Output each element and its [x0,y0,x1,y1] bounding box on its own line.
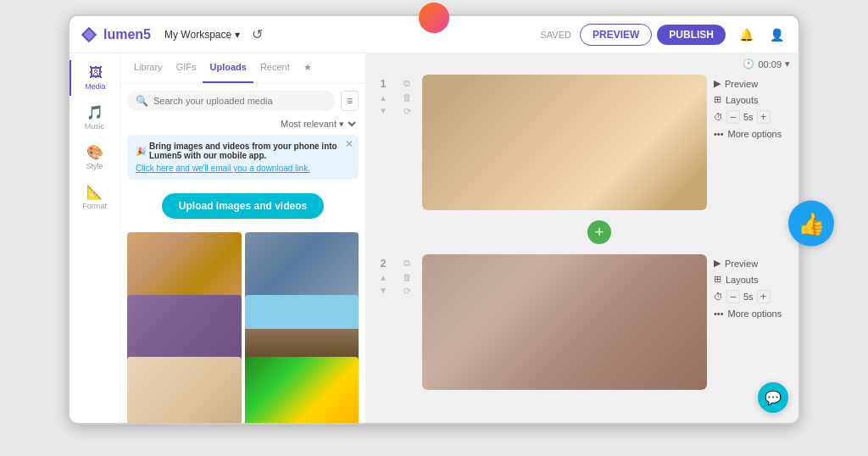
slide-2-more-options-button[interactable]: ••• More options [714,309,790,319]
music-icon: 🎵 [86,104,103,120]
more-icon: ••• [714,129,724,139]
chevron-down-icon: ▾ [785,58,790,70]
chat-icon: 💬 [765,390,782,406]
canvas-content: 1 ▲ ▼ ⧉ 🗑 ⟳ [366,75,798,423]
chevron-down-icon: ▾ [235,29,240,41]
slide-1-copy-button[interactable]: ⧉ [398,78,415,89]
lumen5-logo-icon [80,25,98,44]
slide-2-duration: 5s [743,292,754,302]
add-slide-row: + [409,217,790,247]
slide-2-layouts-button[interactable]: ⊞ Layouts [714,274,790,285]
preview-button[interactable]: PREVIEW [580,24,652,46]
upload-images-button[interactable]: Upload images and videos [162,193,324,219]
timer-icon: ⏱ [714,112,723,122]
nav-icons: 🔔 👤 [734,23,788,47]
promo-banner: ✕ 🎉 Bring images and videos from your ph… [127,135,359,180]
slide-2-tools: ⧉ 🗑 ⟳ [398,254,415,297]
slide-1-duration-row: ⏱ – 5s + [714,110,790,124]
sidebar-item-music[interactable]: 🎵 Music [70,99,120,136]
tab-uploads[interactable]: Uploads [203,53,253,83]
search-icon: 🔍 [136,95,148,107]
slide-2-up-arrow[interactable]: ▲ [379,273,387,282]
play-icon: ▶ [714,78,721,89]
slide-1-actions: ▶ Preview ⊞ Layouts ⏱ – [714,75,790,139]
slide-2-duration-minus[interactable]: – [726,290,740,303]
slide-1-duration: 5s [743,112,754,122]
notifications-button[interactable]: 🔔 [734,23,758,47]
sort-select[interactable]: Most relevant ▾ [277,118,359,130]
slide-1-duration-minus[interactable]: – [726,110,740,124]
chat-bubble-button[interactable]: 💬 [758,382,788,413]
sidebar-item-style[interactable]: 🎨 Style [70,139,120,175]
layouts-icon: ⊞ [714,94,721,105]
slide-1-image [422,75,707,210]
slide-2-copy-button[interactable]: ⧉ [398,258,415,269]
slide-1-up-arrow[interactable]: ▲ [379,93,387,103]
canvas-area: 🕐 00:09 ▾ 1 ▲ ▼ [366,53,798,423]
slide-2-transition-button[interactable]: ⟳ [398,286,415,297]
logo-text: lumen5 [103,27,151,42]
play-icon-2: ▶ [714,258,721,269]
filter-button[interactable]: ≡ [341,91,359,111]
media-thumb-6[interactable] [245,357,359,423]
slide-1-more-options-button[interactable]: ••• More options [714,129,790,139]
sidebar-item-media[interactable]: 🖼 Media [70,60,120,96]
thumbs-up-badge: 👍 [788,201,834,247]
sidebar-item-format-label: Format [82,202,107,210]
media-tabs: Library GIFs Uploads Recent ★ [120,53,365,84]
slide-1-delete-button[interactable]: 🗑 [398,92,415,103]
slide-1-layouts-button[interactable]: ⊞ Layouts [714,94,790,105]
promo-title: 🎉 Bring images and videos from your phon… [136,142,350,160]
more-icon-2: ••• [714,309,724,319]
media-thumb-5[interactable] [127,357,242,423]
upload-btn-wrap: Upload images and videos [120,186,365,225]
add-slide-button[interactable]: + [587,220,611,244]
promo-link[interactable]: Click here and we'll email you a downloa… [136,164,310,173]
search-input[interactable] [153,96,327,106]
slide-row-2: 2 ▲ ▼ ⧉ 🗑 ⟳ [375,254,790,390]
tab-library[interactable]: Library [127,53,170,83]
media-icon: 🖼 [89,65,103,81]
sidebar-item-style-label: Style [86,162,103,170]
slide-2-down-arrow[interactable]: ▼ [379,286,387,295]
slide-1-transition-button[interactable]: ⟳ [398,106,415,117]
time-value: 00:09 [758,59,782,70]
publish-button[interactable]: PUBLISH [657,25,726,45]
slide-2-delete-button[interactable]: 🗑 [398,272,415,282]
sidebar-item-media-label: Media [85,82,106,91]
slide-1-number-col: 1 ▲ ▼ [375,75,392,115]
slide-1-down-arrow[interactable]: ▼ [379,106,387,115]
timer-icon-2: ⏱ [714,292,723,302]
tab-recent[interactable]: Recent [253,53,297,83]
slide-2-duration-plus[interactable]: + [757,290,771,303]
slide-1-duration-plus[interactable]: + [757,110,771,124]
layouts-icon-2: ⊞ [714,274,721,285]
slide-1-preview-button[interactable]: ▶ Preview [714,78,790,89]
workspace-button[interactable]: My Workspace ▾ [159,25,245,44]
sidebar-item-format[interactable]: 📐 Format [70,179,120,215]
app: lumen5 My Workspace ▾ ↺ SAVED PREVIEW PU… [70,16,798,423]
format-icon: 📐 [86,184,103,200]
tab-gifs[interactable]: GIFs [170,53,203,83]
search-input-wrap: 🔍 [127,91,336,111]
left-sidebar: 🖼 Media 🎵 Music 🎨 Style 📐 Format [70,53,120,423]
slide-2-actions: ▶ Preview ⊞ Layouts ⏱ – [714,254,790,319]
media-grid [120,225,365,423]
slide-2-preview[interactable] [422,254,707,390]
logo-area: lumen5 [80,25,151,44]
user-avatar-button[interactable]: 👤 [765,23,788,47]
undo-button[interactable]: ↺ [252,26,263,42]
slide-1-tools: ⧉ 🗑 ⟳ [398,75,415,117]
time-badge: 🕐 00:09 ▾ [743,58,790,70]
sidebar-item-music-label: Music [85,122,105,131]
media-panel: Library GIFs Uploads Recent ★ [120,53,366,423]
promo-close-button[interactable]: ✕ [345,138,353,150]
workspace-label: My Workspace [164,29,231,41]
slide-1-preview[interactable] [422,75,707,210]
clock-icon: 🕐 [743,58,754,70]
laptop-screen: lumen5 My Workspace ▾ ↺ SAVED PREVIEW PU… [70,16,798,423]
slide-1-number: 1 [381,78,387,90]
style-icon: 🎨 [86,144,103,160]
tab-favorites[interactable]: ★ [297,53,319,83]
slide-2-preview-button[interactable]: ▶ Preview [714,258,790,269]
